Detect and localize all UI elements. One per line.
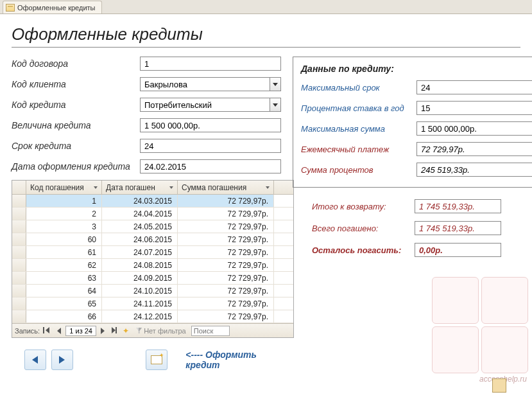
- client-code-input[interactable]: [140, 77, 270, 91]
- table-row[interactable]: 6624.12.201572 729,97р.: [12, 310, 293, 323]
- cell-payment-date[interactable]: 24.03.2015: [102, 195, 178, 207]
- form-icon: [6, 4, 15, 12]
- cell-payment-id[interactable]: 66: [26, 310, 102, 323]
- cell-payment-date[interactable]: 24.10.2015: [102, 285, 178, 297]
- nav-new-button[interactable]: ✦: [121, 326, 131, 336]
- col-payment-id[interactable]: Код погашения: [26, 181, 102, 194]
- row-selector[interactable]: [12, 310, 26, 323]
- cell-payment-date[interactable]: 24.04.2015: [102, 208, 178, 220]
- tab-label: Оформленные кредиты: [17, 4, 95, 12]
- credit-code-label: Код кредита: [12, 100, 140, 110]
- table-row[interactable]: 6124.07.201572 729,97р.: [12, 246, 293, 259]
- payments-subform: Код погашения Дата погашен Сумма погашен…: [12, 180, 294, 338]
- table-row[interactable]: 6324.09.201572 729,97р.: [12, 272, 293, 285]
- row-selector-header[interactable]: [12, 181, 26, 194]
- credit-code-dropdown[interactable]: [270, 98, 281, 112]
- summary-block: Итого к возврату: Всего погашено: Остало…: [293, 199, 532, 257]
- cell-payment-sum[interactable]: 72 729,97р.: [178, 208, 274, 220]
- table-row[interactable]: 6424.10.201572 729,97р.: [12, 285, 293, 297]
- remaining-value[interactable]: [415, 243, 501, 257]
- row-selector[interactable]: [12, 208, 26, 220]
- paid-value[interactable]: [415, 221, 501, 235]
- credit-amount-input[interactable]: [140, 118, 281, 132]
- cell-payment-date[interactable]: 24.07.2015: [102, 246, 178, 258]
- cell-payment-id[interactable]: 64: [26, 285, 102, 297]
- cell-payment-id[interactable]: 2: [26, 208, 102, 220]
- client-code-dropdown[interactable]: [270, 77, 281, 91]
- issue-date-input[interactable]: [140, 159, 281, 173]
- record-navigator: Запись: ✦ Нет фильтра: [12, 323, 293, 337]
- tab-loans[interactable]: Оформленные кредиты: [3, 1, 102, 13]
- nav-next-button[interactable]: [98, 326, 108, 336]
- filter-indicator[interactable]: Нет фильтра: [136, 327, 186, 335]
- chevron-down-icon: [266, 186, 270, 189]
- row-selector[interactable]: [12, 297, 26, 310]
- chevron-down-icon: [94, 186, 98, 189]
- row-selector[interactable]: [12, 272, 26, 284]
- cell-payment-date[interactable]: 24.08.2015: [102, 259, 178, 271]
- total-due-value[interactable]: [415, 199, 501, 213]
- nav-first-button[interactable]: [42, 326, 53, 336]
- table-row[interactable]: 6024.06.201572 729,97р.: [12, 233, 293, 246]
- row-selector[interactable]: [12, 233, 26, 245]
- cell-payment-sum[interactable]: 72 729,97р.: [178, 285, 274, 297]
- cell-payment-id[interactable]: 3: [26, 220, 102, 233]
- nav-prev-button[interactable]: [54, 326, 64, 336]
- search-input[interactable]: [191, 326, 230, 336]
- tab-strip: Оформленные кредиты: [0, 0, 532, 14]
- exit-icon[interactable]: [492, 378, 506, 393]
- first-icon: [46, 327, 49, 335]
- table-row[interactable]: 224.04.201572 729,97р.: [12, 208, 293, 220]
- cell-payment-id[interactable]: 60: [26, 233, 102, 245]
- table-row[interactable]: 6224.08.201572 729,97р.: [12, 259, 293, 272]
- cell-payment-sum[interactable]: 72 729,97р.: [178, 259, 274, 271]
- nav-last-button[interactable]: [109, 326, 119, 336]
- cell-payment-sum[interactable]: 72 729,97р.: [178, 195, 274, 207]
- cell-payment-date[interactable]: 24.06.2015: [102, 233, 178, 245]
- chevron-down-icon: [169, 186, 173, 189]
- row-selector[interactable]: [12, 246, 26, 258]
- cell-payment-id[interactable]: 63: [26, 272, 102, 284]
- cell-payment-date[interactable]: 24.05.2015: [102, 220, 178, 233]
- row-selector[interactable]: [12, 285, 26, 297]
- prev-icon: [57, 328, 61, 334]
- new-credit-button[interactable]: [146, 350, 167, 370]
- contract-code-input[interactable]: [140, 57, 281, 71]
- cell-payment-id[interactable]: 62: [26, 259, 102, 271]
- cell-payment-sum[interactable]: 72 729,97р.: [178, 246, 274, 258]
- row-selector[interactable]: [12, 259, 26, 271]
- cell-payment-sum[interactable]: 72 729,97р.: [178, 310, 274, 323]
- contract-code-label: Код договора: [12, 58, 140, 69]
- credit-code-input[interactable]: [140, 98, 270, 112]
- cell-payment-id[interactable]: 65: [26, 297, 102, 310]
- max-term-value[interactable]: [416, 80, 532, 94]
- monthly-value[interactable]: [416, 142, 532, 156]
- cell-payment-id[interactable]: 1: [26, 195, 102, 207]
- arrow-right-icon: [59, 356, 65, 364]
- cell-payment-date[interactable]: 24.09.2015: [102, 272, 178, 284]
- cell-payment-date[interactable]: 24.12.2015: [102, 310, 178, 323]
- credit-term-input[interactable]: [140, 139, 281, 153]
- prev-record-button[interactable]: [24, 350, 46, 370]
- rate-value[interactable]: [416, 101, 532, 115]
- next-record-button[interactable]: [51, 350, 73, 370]
- row-selector[interactable]: [12, 220, 26, 233]
- client-code-label: Код клиента: [12, 79, 140, 89]
- cell-payment-sum[interactable]: 72 729,97р.: [178, 272, 274, 284]
- page-title: Оформленные кредиты: [12, 24, 520, 44]
- row-selector[interactable]: [12, 195, 26, 207]
- record-position[interactable]: [65, 326, 96, 336]
- cell-payment-sum[interactable]: 72 729,97р.: [178, 220, 274, 233]
- cell-payment-date[interactable]: 24.11.2015: [102, 297, 178, 310]
- interest-value[interactable]: [416, 163, 532, 177]
- col-payment-sum[interactable]: Сумма погашения: [178, 181, 274, 194]
- max-sum-value[interactable]: [416, 121, 532, 136]
- cell-payment-sum[interactable]: 72 729,97р.: [178, 297, 274, 310]
- table-row[interactable]: 124.03.201572 729,97р.: [12, 195, 293, 208]
- table-row[interactable]: 6524.11.201572 729,97р.: [12, 297, 293, 310]
- cell-payment-id[interactable]: 61: [26, 246, 102, 258]
- table-row[interactable]: 324.05.201572 729,97р.: [12, 220, 293, 233]
- col-payment-date[interactable]: Дата погашен: [102, 181, 178, 194]
- cell-payment-sum[interactable]: 72 729,97р.: [178, 233, 274, 245]
- rate-label: Процентная ставка в год: [301, 103, 416, 113]
